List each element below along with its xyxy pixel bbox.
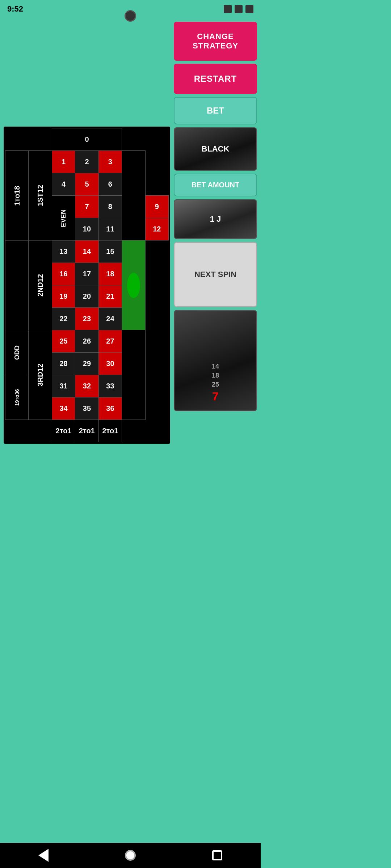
number-15[interactable]: 15 — [98, 241, 122, 263]
number-25[interactable]: 25 — [52, 330, 75, 353]
wifi-icon — [245, 5, 253, 13]
number-17[interactable]: 17 — [75, 263, 98, 285]
number-19[interactable]: 19 — [52, 285, 75, 308]
number-22[interactable]: 22 — [52, 308, 75, 330]
battery-icon — [224, 5, 232, 13]
status-time: 9:52 — [7, 4, 23, 14]
two-to-one-col1[interactable]: 2то1 — [52, 420, 75, 442]
bet-indicator-value: 1 J — [210, 214, 221, 224]
number-30[interactable]: 30 — [98, 353, 122, 375]
board-table: 0 1то18 1ST12 1 2 3 4 5 6 EVEN 7 8 9 — [5, 128, 169, 442]
number-1[interactable]: 1 — [52, 151, 75, 173]
history-num-18: 18 — [212, 372, 219, 379]
back-icon — [38, 849, 49, 862]
number-13[interactable]: 13 — [52, 241, 75, 263]
home-icon — [125, 850, 136, 861]
number-34[interactable]: 34 — [52, 397, 75, 420]
bet-amount-label: BET AMOUNT — [174, 174, 257, 196]
number-20[interactable]: 20 — [75, 285, 98, 308]
green-oval-cell — [122, 241, 145, 330]
black-panel: BLACK — [174, 127, 257, 171]
label-first12[interactable]: 1ST12 — [29, 151, 52, 241]
two-to-one-col3[interactable]: 2то1 — [98, 420, 122, 442]
number-33[interactable]: 33 — [98, 375, 122, 397]
center-dot — [125, 10, 136, 22]
history-numbers: 14 18 25 7 — [212, 363, 219, 403]
restart-button[interactable]: RESTART — [174, 64, 257, 94]
number-5[interactable]: 5 — [75, 173, 98, 196]
number-29[interactable]: 29 — [75, 353, 98, 375]
number-27[interactable]: 27 — [98, 330, 122, 353]
number-28[interactable]: 28 — [52, 353, 75, 375]
label-19to36[interactable]: 19то36 — [5, 375, 29, 420]
number-32[interactable]: 32 — [75, 375, 98, 397]
history-num-25: 25 — [212, 381, 219, 388]
number-23[interactable]: 23 — [75, 308, 98, 330]
square-icon — [212, 850, 222, 860]
zero-cell[interactable]: 0 — [52, 128, 122, 151]
number-35[interactable]: 35 — [75, 397, 98, 420]
label-third12[interactable]: 3RD12 — [29, 330, 52, 420]
signal-icon — [235, 5, 243, 13]
nav-square-button[interactable] — [212, 850, 222, 860]
roulette-board: 0 1то18 1ST12 1 2 3 4 5 6 EVEN 7 8 9 — [4, 127, 170, 444]
history-num-14: 14 — [212, 363, 219, 370]
main-container: 0 1то18 1ST12 1 2 3 4 5 6 EVEN 7 8 9 — [0, 18, 261, 447]
next-spin-label: NEXT SPIN — [194, 270, 236, 279]
status-icons — [224, 5, 253, 13]
right-panel: CHANGE STRATEGY RESTART BET BLACK BET AM… — [174, 22, 257, 444]
number-10[interactable]: 10 — [75, 218, 98, 241]
two-to-one-col2[interactable]: 2то1 — [75, 420, 98, 442]
bet-button[interactable]: BET — [174, 97, 257, 124]
change-strategy-button[interactable]: CHANGE STRATEGY — [174, 22, 257, 61]
black-label: BLACK — [202, 144, 230, 154]
label-odd[interactable]: ODD — [5, 330, 29, 375]
number-36[interactable]: 36 — [98, 397, 122, 420]
number-24[interactable]: 24 — [98, 308, 122, 330]
number-2[interactable]: 2 — [75, 151, 98, 173]
number-11[interactable]: 11 — [98, 218, 122, 241]
label-second12[interactable]: 2ND12 — [29, 241, 52, 330]
green-oval — [127, 273, 140, 298]
number-3[interactable]: 3 — [98, 151, 122, 173]
number-9[interactable]: 9 — [145, 196, 168, 218]
number-14[interactable]: 14 — [75, 241, 98, 263]
label-empty — [5, 241, 29, 330]
number-31[interactable]: 31 — [52, 375, 75, 397]
label-1to18[interactable]: 1то18 — [5, 151, 29, 241]
number-18[interactable]: 18 — [98, 263, 122, 285]
nav-back-button[interactable] — [38, 849, 49, 862]
history-panel: 14 18 25 7 — [174, 310, 257, 411]
number-21[interactable]: 21 — [98, 285, 122, 308]
number-8[interactable]: 8 — [98, 196, 122, 218]
history-num-7: 7 — [212, 390, 219, 403]
bet-indicator-panel: 1 J — [174, 199, 257, 239]
number-16[interactable]: 16 — [52, 263, 75, 285]
next-spin-panel[interactable]: NEXT SPIN — [174, 242, 257, 307]
number-26[interactable]: 26 — [75, 330, 98, 353]
nav-home-button[interactable] — [125, 850, 136, 861]
number-12[interactable]: 12 — [145, 218, 168, 241]
number-4[interactable]: 4 — [52, 173, 75, 196]
nav-bar — [0, 843, 261, 868]
number-6[interactable]: 6 — [98, 173, 122, 196]
label-even[interactable]: EVEN — [52, 196, 75, 241]
number-7[interactable]: 7 — [75, 196, 98, 218]
